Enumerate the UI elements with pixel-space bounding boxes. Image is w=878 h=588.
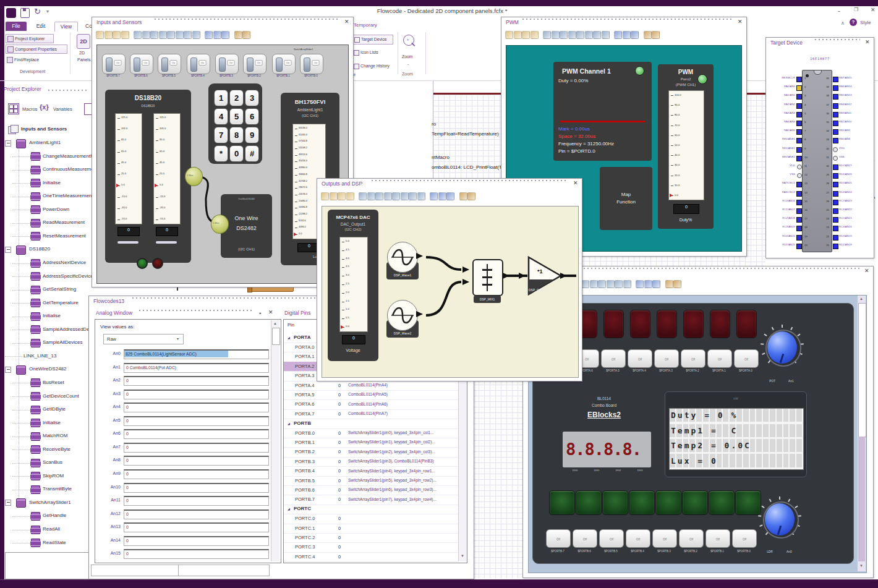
toolbar-icon[interactable] [167, 31, 175, 39]
tree-item[interactable]: SampleAllDevices [0, 337, 92, 349]
tree-item[interactable]: GetDeviceCount [0, 390, 92, 403]
toolbar-icon[interactable] [615, 280, 623, 288]
tree-expander[interactable] [5, 367, 11, 373]
board-button-portb[interactable]: Off [732, 529, 757, 548]
analog-row-input[interactable]: 0 [124, 536, 269, 546]
tree-item[interactable]: ContinuousMeasurement [0, 164, 92, 176]
analog-close[interactable]: ✕ [268, 309, 273, 315]
analog-row-input[interactable]: 0 [124, 522, 269, 532]
board-button-portb[interactable]: Off [599, 529, 624, 548]
digital-row[interactable]: PORTB.70SwitchArraySlider1(pin7), keypad… [284, 495, 458, 505]
toolbar-icon[interactable] [375, 192, 383, 200]
save-icon[interactable] [20, 8, 30, 18]
toolbar-icon[interactable] [150, 31, 158, 39]
switch-portb[interactable]: On [158, 54, 181, 74]
tree-item[interactable]: GetTemperature [0, 297, 92, 309]
ribbon-zoom-icon[interactable]: + [403, 35, 414, 46]
digital-row[interactable]: PORTB.40SwitchArraySlider1(pin4), keypad… [284, 467, 458, 477]
toolbar-icon[interactable] [330, 192, 338, 200]
toolbar-icon[interactable] [514, 31, 522, 39]
toolbar-icon[interactable] [585, 31, 593, 39]
switch-slider[interactable] [276, 58, 283, 72]
keypad-key-1[interactable]: 1 [214, 90, 228, 106]
tree-item[interactable]: DS18B20 [0, 244, 92, 256]
keypad-key-4[interactable]: 4 [214, 108, 228, 125]
eblocks-scroll-down[interactable]: ▼ [859, 564, 863, 568]
digital-row[interactable]: PORTB.50SwitchArraySlider1(pin5), keypad… [284, 476, 458, 486]
toolbar-icon[interactable] [623, 31, 631, 39]
toolbar-icon[interactable] [607, 280, 615, 288]
toolbar-icon[interactable] [221, 31, 229, 39]
toolbar-icon[interactable] [531, 31, 539, 39]
board-button-porta[interactable]: Off [601, 349, 626, 368]
digital-row[interactable]: PORTB.10SwitchArraySlider1(pin1), keypad… [284, 438, 458, 448]
style-button[interactable]: Style [860, 20, 871, 25]
tree-item[interactable]: SampleAddressedDevice [0, 323, 92, 336]
dsp-mix-block[interactable] [472, 259, 503, 296]
tree-item[interactable]: OneTimeMeasurement [0, 190, 92, 203]
toolbar-icon[interactable] [134, 31, 142, 39]
keypad-key-6[interactable]: 6 [245, 108, 259, 125]
ribbon-2d-panel-icon[interactable]: 2D [77, 34, 90, 49]
switch-portb[interactable]: On [243, 54, 266, 74]
tree-item[interactable]: AmbientLight1 [0, 137, 92, 150]
toolbar-icon[interactable] [104, 31, 113, 39]
keypad-key-#[interactable]: # [245, 145, 259, 162]
analog-row-input[interactable]: 0 [124, 496, 269, 506]
tab-edit[interactable]: Edit [31, 22, 51, 31]
tree-item[interactable]: AddressSpecificDevice [0, 270, 92, 283]
analog-row-input[interactable]: 0 [124, 390, 269, 399]
toolbar-icon[interactable] [338, 192, 346, 200]
toolbar-icon[interactable] [159, 31, 167, 39]
toolbar-icon[interactable] [192, 31, 200, 39]
toolbar-icon[interactable] [205, 31, 213, 39]
pwm-window-close[interactable]: ✕ [738, 19, 743, 25]
analog-row-input[interactable]: 0 [124, 429, 269, 439]
keypad-key-9[interactable]: 9 [245, 127, 259, 143]
toolbar-icon[interactable] [384, 192, 392, 200]
toolbar-icon[interactable] [346, 192, 354, 200]
ribbon-zoom-minus[interactable]: - [407, 62, 409, 66]
digital-row[interactable]: PORTB.00SwitchArraySlider1(pin0), keypad… [284, 428, 458, 438]
app-icon[interactable] [6, 8, 16, 18]
analog-row-input[interactable]: 0 [124, 509, 269, 519]
digital-group-expander[interactable]: ◢ [288, 336, 290, 339]
board-button-portb[interactable]: Off [705, 529, 730, 548]
digital-row[interactable]: PORTB.20SwitchArraySlider1(pin2), keypad… [284, 448, 458, 458]
outputs-window-close[interactable]: ✕ [573, 180, 578, 186]
switch-slider[interactable] [106, 58, 113, 72]
analog-row-input[interactable]: 0 [124, 549, 269, 559]
analog-pin-button[interactable]: ● [259, 311, 261, 315]
toolbar-icon[interactable] [631, 31, 639, 39]
eblocks-scroll-thumb[interactable] [858, 303, 866, 437]
toolbar-icon[interactable] [401, 192, 409, 200]
switch-slider[interactable] [134, 58, 140, 72]
eblocks-scrollbar[interactable]: ▲▼ [858, 296, 866, 571]
keypad-key-7[interactable]: 7 [214, 127, 228, 143]
digital-row[interactable]: PORTA.40ComboBL0114(PinA4) [284, 381, 458, 391]
analog-row-input[interactable]: 0 [124, 563, 269, 563]
tree-item[interactable]: Initialise [0, 177, 92, 189]
eblocks-window-close[interactable]: ✕ [864, 268, 869, 274]
switch-slider[interactable] [190, 58, 197, 72]
titlebar-more-icon[interactable]: ▾ [46, 9, 49, 14]
switch-slider[interactable] [304, 58, 310, 72]
inputs-window-close[interactable]: ✕ [344, 19, 349, 25]
tree-item[interactable]: ReceiveByte [0, 443, 92, 456]
toolbar-icon[interactable] [644, 31, 652, 39]
keypad-key-*[interactable]: * [214, 145, 228, 162]
switch-portb[interactable]: On [130, 54, 153, 74]
dsp-wave1[interactable] [387, 242, 418, 273]
tree-item[interactable]: GetHandle [0, 510, 92, 522]
toolbar-icon[interactable] [213, 31, 221, 39]
toolbar-icon[interactable] [392, 192, 400, 200]
digital-row[interactable]: PORTC.00 [284, 514, 458, 524]
onewire-bus-node[interactable]: 1-Wire [211, 215, 229, 234]
digital-row[interactable]: ◢PORTC [284, 505, 458, 514]
digital-row[interactable]: PORTC.20 [284, 533, 458, 543]
tree-item[interactable]: PowerDown [0, 203, 92, 216]
toolbar-icon[interactable] [409, 192, 417, 200]
pot-knob[interactable] [760, 322, 804, 370]
tree-item[interactable]: LINK_LINE_13 [0, 350, 92, 362]
toolbar-icon[interactable] [652, 280, 660, 288]
